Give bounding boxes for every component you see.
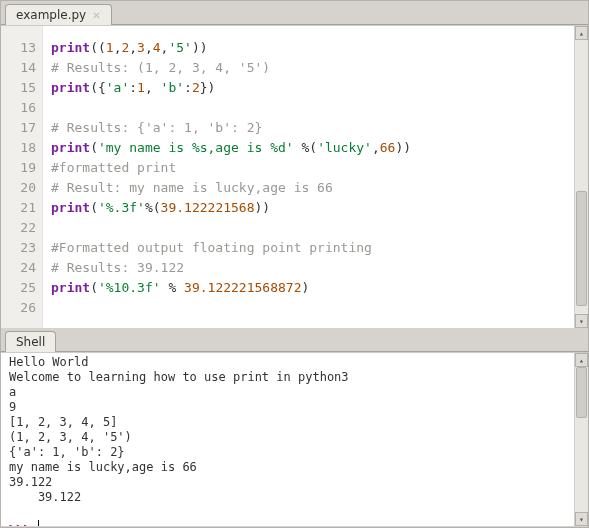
shell-prompt-line[interactable]: >>>: [9, 520, 570, 526]
line-number: 18: [1, 138, 36, 158]
close-icon[interactable]: ✕: [92, 10, 100, 21]
shell-output-line: my name is lucky,age is 66: [9, 460, 570, 475]
code-line[interactable]: # Results: {'a': 1, 'b': 2}: [51, 118, 570, 138]
code-line[interactable]: print((1,2,3,4,'5')): [51, 38, 570, 58]
line-number: 26: [1, 298, 36, 318]
editor-body[interactable]: 1314151617181920212223242526 print((1,2,…: [1, 26, 574, 328]
tab-shell[interactable]: Shell: [5, 331, 56, 352]
code-line[interactable]: # Result: my name is lucky,age is 66: [51, 178, 570, 198]
line-number-gutter: 1314151617181920212223242526: [1, 26, 43, 328]
tab-label: Shell: [16, 335, 45, 349]
line-number: 24: [1, 258, 36, 278]
cursor: [38, 520, 39, 526]
shell-output-line: Hello World: [9, 355, 570, 370]
shell-output-line: a: [9, 385, 570, 400]
line-number: 17: [1, 118, 36, 138]
editor-scrollbar[interactable]: ▴ ▾: [574, 26, 588, 328]
shell-pane: Shell Hello WorldWelcome to learning how…: [1, 328, 588, 526]
line-number: 14: [1, 58, 36, 78]
line-number: 21: [1, 198, 36, 218]
code-line[interactable]: #formatted print: [51, 158, 570, 178]
prompt: >>>: [9, 521, 38, 526]
shell-area: Hello WorldWelcome to learning how to us…: [1, 352, 588, 526]
code-line[interactable]: print('my name is %s,age is %d' %('lucky…: [51, 138, 570, 158]
line-number: 25: [1, 278, 36, 298]
code-line[interactable]: # Results: 39.122: [51, 258, 570, 278]
scroll-up-icon[interactable]: ▴: [575, 353, 588, 367]
scroll-track[interactable]: [575, 40, 588, 314]
line-number: 20: [1, 178, 36, 198]
tab-label: example.py: [16, 8, 86, 22]
editor-tabbar: example.py ✕: [1, 1, 588, 25]
code-line[interactable]: print('%.3f'%(39.122221568)): [51, 198, 570, 218]
scroll-track[interactable]: [575, 367, 588, 512]
line-number: 15: [1, 78, 36, 98]
line-number: 13: [1, 38, 36, 58]
code-line[interactable]: [51, 98, 570, 118]
scroll-down-icon[interactable]: ▾: [575, 314, 588, 328]
editor-area: 1314151617181920212223242526 print((1,2,…: [1, 25, 588, 328]
scroll-thumb[interactable]: [576, 191, 587, 306]
code-line[interactable]: [51, 298, 570, 318]
code-line[interactable]: print({'a':1, 'b':2}): [51, 78, 570, 98]
line-number: 19: [1, 158, 36, 178]
line-number: 16: [1, 98, 36, 118]
shell-output-line: 39.122: [9, 475, 570, 490]
shell-output-line: (1, 2, 3, 4, '5'): [9, 430, 570, 445]
scroll-down-icon[interactable]: ▾: [575, 512, 588, 526]
line-number: 23: [1, 238, 36, 258]
code-line[interactable]: print('%10.3f' % 39.122221568872): [51, 278, 570, 298]
shell-scrollbar[interactable]: ▴ ▾: [574, 353, 588, 526]
line-number: 22: [1, 218, 36, 238]
shell-output-line: {'a': 1, 'b': 2}: [9, 445, 570, 460]
shell-output-line: 39.122: [9, 490, 570, 505]
scroll-thumb[interactable]: [576, 367, 587, 418]
editor-pane: example.py ✕ 131415161718192021222324252…: [1, 1, 588, 328]
code-content[interactable]: print((1,2,3,4,'5'))# Results: (1, 2, 3,…: [43, 26, 574, 328]
code-line[interactable]: [51, 218, 570, 238]
shell-tabbar: Shell: [1, 328, 588, 352]
shell-output-line: 9: [9, 400, 570, 415]
code-line[interactable]: # Results: (1, 2, 3, 4, '5'): [51, 58, 570, 78]
shell-output-line: Welcome to learning how to use print in …: [9, 370, 570, 385]
shell-output-line: [1, 2, 3, 4, 5]: [9, 415, 570, 430]
shell-content[interactable]: Hello WorldWelcome to learning how to us…: [1, 353, 574, 526]
tab-example-py[interactable]: example.py ✕: [5, 4, 112, 25]
scroll-up-icon[interactable]: ▴: [575, 26, 588, 40]
code-line[interactable]: #Formatted output floating point printin…: [51, 238, 570, 258]
